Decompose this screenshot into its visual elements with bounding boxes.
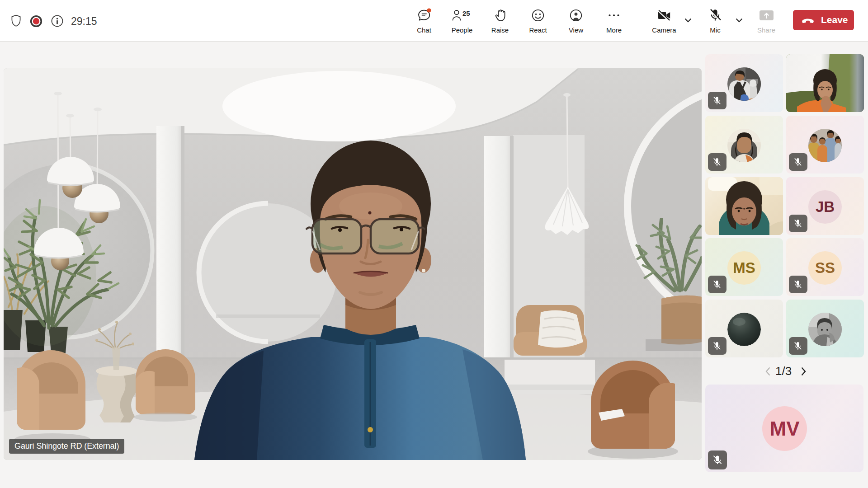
svg-text:25: 25 bbox=[462, 9, 470, 17]
